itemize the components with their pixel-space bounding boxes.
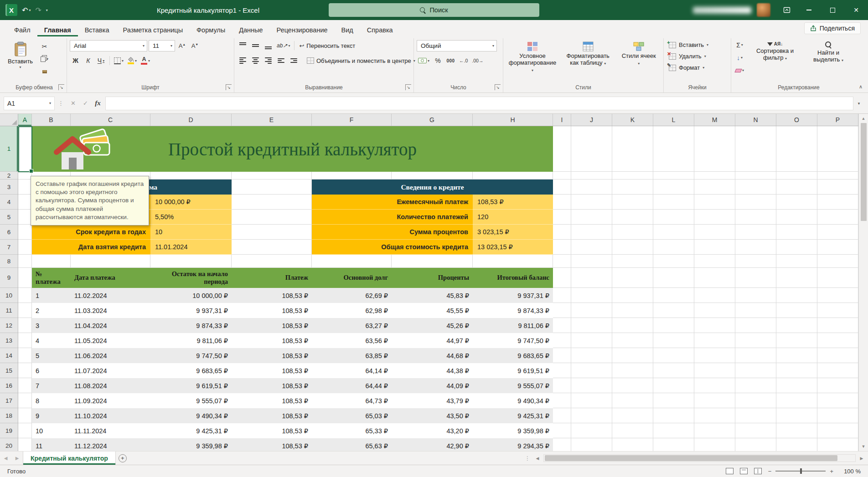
share-button[interactable]: Поделиться bbox=[804, 22, 861, 34]
schedule-cell[interactable]: 11.06.2024 bbox=[71, 348, 150, 363]
schedule-cell[interactable]: 4 bbox=[32, 333, 71, 348]
select-all-corner[interactable] bbox=[0, 114, 18, 126]
column-header-g[interactable]: G bbox=[392, 114, 473, 126]
enter-entry-button[interactable]: ✓ bbox=[79, 97, 92, 110]
schedule-cell[interactable]: 108,53 ₽ bbox=[232, 318, 312, 333]
orientation-button[interactable]: ab↗▾ bbox=[275, 40, 291, 51]
horizontal-scroll-thumb[interactable] bbox=[545, 455, 837, 461]
ribbon-tab-review[interactable]: Рецензирование bbox=[270, 23, 335, 36]
loan-detail-value[interactable]: 10 000,00 ₽ bbox=[150, 195, 232, 210]
row-header-20[interactable]: 20 bbox=[0, 438, 18, 451]
schedule-cell[interactable]: 64,14 ₽ bbox=[312, 363, 392, 378]
schedule-cell[interactable]: 45,26 ₽ bbox=[392, 318, 473, 333]
column-header-l[interactable]: L bbox=[653, 114, 694, 126]
schedule-cell[interactable]: 64,44 ₽ bbox=[312, 378, 392, 393]
schedule-cell[interactable]: 63,56 ₽ bbox=[312, 333, 392, 348]
row-header-5[interactable]: 5 bbox=[0, 210, 18, 225]
zoom-level[interactable]: 100 % bbox=[840, 468, 861, 475]
schedule-cell[interactable]: 44,97 ₽ bbox=[392, 333, 473, 348]
new-sheet-button[interactable]: + bbox=[116, 451, 129, 465]
schedule-cell[interactable]: 108,53 ₽ bbox=[232, 393, 312, 408]
underline-button[interactable]: Ч▾ bbox=[95, 55, 107, 67]
schedule-cell[interactable]: 9 619,51 ₽ bbox=[473, 363, 553, 378]
formula-bar-handle[interactable]: ⋮ bbox=[55, 100, 67, 107]
row-header-18[interactable]: 18 bbox=[0, 408, 18, 423]
horizontal-scrollbar[interactable]: ⋮ ◀ ▶ bbox=[522, 451, 868, 465]
schedule-cell[interactable]: 10 bbox=[32, 423, 71, 438]
schedule-cell[interactable]: 11.04.2024 bbox=[71, 318, 150, 333]
schedule-cell[interactable]: 63,85 ₽ bbox=[312, 348, 392, 363]
loan-detail-value[interactable]: 5,50% bbox=[150, 210, 232, 225]
schedule-cell[interactable]: 108,53 ₽ bbox=[232, 378, 312, 393]
loan-summary-header[interactable]: Сведения о кредите bbox=[312, 180, 553, 195]
page-break-view-button[interactable] bbox=[754, 468, 762, 474]
schedule-cell[interactable]: 9 555,07 ₽ bbox=[473, 378, 553, 393]
schedule-cell[interactable]: 43,50 ₽ bbox=[392, 408, 473, 423]
column-header-h[interactable]: H bbox=[473, 114, 553, 126]
schedule-cell[interactable]: 9 425,31 ₽ bbox=[473, 408, 553, 423]
accounting-format-button[interactable]: ▾ bbox=[417, 55, 431, 67]
close-button[interactable]: ✕ bbox=[844, 0, 868, 20]
ribbon-tab-insert[interactable]: Вставка bbox=[78, 23, 116, 36]
schedule-header-cell[interactable]: Проценты bbox=[392, 268, 473, 288]
row-header-1[interactable]: 1 bbox=[0, 126, 18, 172]
borders-button[interactable]: ▾ bbox=[113, 55, 125, 67]
row-header-8[interactable]: 8 bbox=[0, 255, 18, 268]
increase-font-size-button[interactable]: А▲ bbox=[176, 40, 188, 51]
search-box[interactable]: Поиск bbox=[329, 3, 539, 17]
scroll-up-icon[interactable]: ▲ bbox=[859, 114, 868, 123]
ribbon-tab-page-layout[interactable]: Разметка страницы bbox=[116, 23, 190, 36]
find-select-button[interactable]: Найти и выделить ▾ bbox=[805, 39, 852, 64]
fill-button[interactable]: ↓▾ bbox=[734, 52, 745, 63]
format-cells-button[interactable]: ✎Формат▾ bbox=[666, 62, 707, 73]
wrap-text-button[interactable]: ↩Переносить текст bbox=[297, 40, 357, 51]
row-header-6[interactable]: 6 bbox=[0, 225, 18, 240]
schedule-cell[interactable]: 9 811,06 ₽ bbox=[473, 318, 553, 333]
insert-cells-button[interactable]: +Вставить▾ bbox=[666, 39, 711, 51]
schedule-cell[interactable]: 9 747,50 ₽ bbox=[473, 333, 553, 348]
schedule-cell[interactable]: 42,90 ₽ bbox=[392, 438, 473, 451]
align-left-button[interactable] bbox=[237, 55, 248, 67]
merge-center-button[interactable]: Объединить и поместить в центре▾ bbox=[305, 55, 417, 67]
schedule-cell[interactable]: 108,53 ₽ bbox=[232, 408, 312, 423]
schedule-cell[interactable]: 9 294,35 ₽ bbox=[473, 438, 553, 451]
column-header-p[interactable]: P bbox=[817, 114, 858, 126]
schedule-cell[interactable]: 62,98 ₽ bbox=[312, 303, 392, 318]
ribbon-tab-home[interactable]: Главная bbox=[37, 23, 78, 36]
name-box[interactable]: A1▾ bbox=[4, 97, 55, 110]
schedule-cell[interactable]: 65,33 ₽ bbox=[312, 423, 392, 438]
schedule-header-cell[interactable]: Остаток на начало периода bbox=[150, 268, 232, 288]
sheet-scroll-left-icon[interactable]: ◀ bbox=[0, 451, 11, 465]
sheet-scroll-right-icon[interactable]: ▶ bbox=[11, 451, 23, 465]
user-avatar[interactable] bbox=[757, 3, 770, 17]
fill-color-button[interactable]: ▾ bbox=[126, 55, 138, 67]
ribbon-tab-help[interactable]: Справка bbox=[360, 23, 400, 36]
align-right-button[interactable] bbox=[263, 55, 274, 67]
schedule-cell[interactable]: 108,53 ₽ bbox=[232, 333, 312, 348]
redo-button[interactable]: ↷ bbox=[35, 6, 41, 15]
schedule-cell[interactable]: 9 811,06 ₽ bbox=[150, 333, 232, 348]
schedule-cell[interactable]: 1 bbox=[32, 288, 71, 303]
formula-input[interactable] bbox=[105, 97, 853, 110]
column-header-o[interactable]: O bbox=[776, 114, 817, 126]
scroll-left-icon[interactable]: ◀ bbox=[533, 456, 542, 461]
expand-formula-bar-button[interactable]: ▾ bbox=[853, 101, 864, 106]
delete-cells-button[interactable]: ✕Удалить▾ bbox=[666, 51, 708, 62]
row-header-9[interactable]: 9 bbox=[0, 268, 18, 288]
schedule-header-cell[interactable]: № платежа bbox=[32, 268, 71, 288]
paste-button[interactable]: Вставить▾ bbox=[5, 39, 36, 70]
align-bottom-button[interactable] bbox=[263, 40, 274, 51]
schedule-cell[interactable]: 108,53 ₽ bbox=[232, 423, 312, 438]
schedule-cell[interactable]: 44,38 ₽ bbox=[392, 363, 473, 378]
loan-summary-value[interactable]: 13 023,15 ₽ bbox=[473, 240, 553, 255]
schedule-cell[interactable]: 108,53 ₽ bbox=[232, 348, 312, 363]
schedule-cell[interactable]: 45,55 ₽ bbox=[392, 303, 473, 318]
font-dialog-launcher[interactable]: ↘ bbox=[226, 84, 232, 90]
row-header-4[interactable]: 4 bbox=[0, 195, 18, 210]
zoom-in-button[interactable]: + bbox=[830, 468, 833, 475]
scrollbar-split-handle[interactable]: ⋮ bbox=[523, 455, 532, 462]
align-top-button[interactable] bbox=[237, 40, 248, 51]
alignment-dialog-launcher[interactable]: ↘ bbox=[405, 84, 411, 90]
sort-filter-button[interactable]: АЯ↓ Сортировка и фильтр ▾ bbox=[748, 39, 802, 62]
schedule-cell[interactable]: 9 359,98 ₽ bbox=[473, 423, 553, 438]
